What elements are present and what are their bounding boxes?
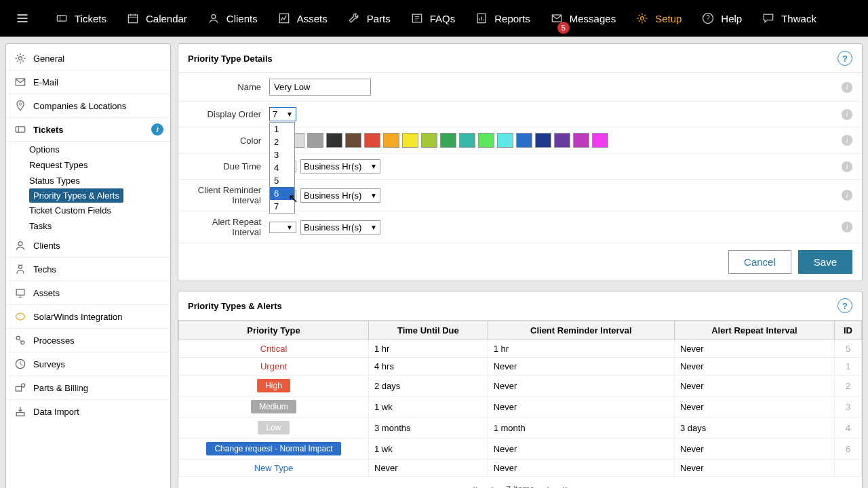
dropdown-option[interactable]: 5 bbox=[270, 174, 294, 187]
nav-messages[interactable]: Messages5 bbox=[540, 0, 625, 37]
color-swatch[interactable] bbox=[554, 133, 570, 148]
priority-badge[interactable]: Medium bbox=[251, 400, 296, 413]
cancel-button[interactable]: Cancel bbox=[728, 250, 791, 274]
info-badge-icon[interactable]: i bbox=[151, 123, 163, 136]
color-swatch[interactable] bbox=[573, 133, 589, 148]
submenu-options[interactable]: Options bbox=[29, 142, 170, 157]
color-swatch[interactable] bbox=[307, 133, 323, 148]
col-header[interactable]: Priority Type bbox=[179, 321, 369, 340]
dropdown-option[interactable]: 1 bbox=[270, 123, 294, 136]
info-icon[interactable]: i bbox=[842, 222, 852, 232]
color-swatch[interactable] bbox=[478, 133, 494, 148]
sidebar-e-mail[interactable]: E-Mail bbox=[6, 70, 170, 94]
cell-due: 1 wk bbox=[369, 439, 488, 460]
cell-cri: Never bbox=[488, 460, 674, 477]
priority-types-table: Priority TypeTime Until DueClient Remind… bbox=[178, 321, 862, 477]
color-swatch[interactable] bbox=[364, 133, 380, 148]
info-icon[interactable]: i bbox=[842, 161, 852, 172]
sidebar-general[interactable]: General bbox=[6, 47, 170, 70]
sidebar-data-import[interactable]: Data Import bbox=[6, 400, 170, 423]
nav-clients[interactable]: Clients bbox=[197, 0, 267, 37]
nav-faqs[interactable]: FAQs bbox=[400, 0, 465, 37]
priority-link[interactable]: New Type bbox=[254, 463, 294, 473]
submenu-tasks[interactable]: Tasks bbox=[29, 218, 170, 234]
name-input[interactable] bbox=[269, 79, 371, 96]
color-swatch[interactable] bbox=[497, 133, 513, 148]
client-reminder-unit-select[interactable]: Business Hr(s)▼ bbox=[300, 188, 380, 203]
first-page-icon[interactable]: « bbox=[472, 483, 478, 488]
sidebar-parts-billing[interactable]: Parts & Billing bbox=[6, 376, 170, 400]
color-swatch[interactable] bbox=[326, 133, 342, 148]
sidebar-solarwinds-integration[interactable]: SolarWinds Integration bbox=[6, 305, 170, 329]
nav-calendar[interactable]: Calendar bbox=[116, 0, 197, 37]
color-swatch[interactable] bbox=[402, 133, 418, 148]
table-row: Critical1 hr1 hrNever5 bbox=[179, 340, 862, 358]
display-order-select[interactable]: 7▼ 1234567 bbox=[269, 107, 296, 121]
last-page-icon[interactable]: » bbox=[562, 483, 568, 488]
col-header[interactable]: Time Until Due bbox=[369, 321, 488, 340]
alert-repeat-unit-select[interactable]: Business Hr(s)▼ bbox=[300, 220, 380, 235]
color-swatch[interactable] bbox=[516, 133, 532, 148]
sidebar-clients[interactable]: Clients bbox=[6, 234, 170, 258]
info-icon[interactable]: i bbox=[842, 109, 852, 120]
nav-setup[interactable]: Setup bbox=[625, 0, 691, 37]
col-header[interactable]: ID bbox=[835, 321, 862, 340]
nav-help[interactable]: ?Help bbox=[691, 0, 751, 37]
save-button[interactable]: Save bbox=[798, 250, 852, 274]
color-swatch[interactable] bbox=[459, 133, 475, 148]
dropdown-option[interactable]: 6 bbox=[270, 187, 294, 200]
color-swatch[interactable] bbox=[383, 133, 399, 148]
priority-badge[interactable]: Change request - Normal Impact bbox=[206, 442, 340, 455]
sidebar-label: Assets bbox=[33, 288, 60, 298]
color-swatch[interactable] bbox=[421, 133, 437, 148]
priority-badge[interactable]: High bbox=[257, 379, 290, 392]
nav-assets[interactable]: Assets bbox=[267, 0, 337, 37]
priority-link[interactable]: Urgent bbox=[260, 361, 287, 371]
help-icon[interactable]: ? bbox=[837, 51, 852, 66]
alert-repeat-value-select[interactable]: ▼ bbox=[269, 222, 296, 233]
user-icon bbox=[206, 11, 221, 26]
color-swatch[interactable] bbox=[535, 133, 551, 148]
submenu-status-types[interactable]: Status Types bbox=[29, 173, 170, 188]
svg-point-10 bbox=[19, 57, 22, 60]
nav-parts[interactable]: Parts bbox=[337, 0, 400, 37]
cell-id: 6 bbox=[835, 439, 862, 460]
due-time-unit-select[interactable]: Business Hr(s)▼ bbox=[300, 159, 380, 174]
priority-badge[interactable]: Low bbox=[258, 421, 289, 434]
cell-due: 3 months bbox=[369, 418, 488, 439]
pager-count: 7 items bbox=[506, 484, 534, 489]
priority-link[interactable]: Critical bbox=[260, 344, 288, 354]
nav-reports[interactable]: Reports bbox=[465, 0, 540, 37]
nav-thwack[interactable]: Thwack bbox=[751, 0, 826, 37]
col-header[interactable]: Client Reminder Interval bbox=[488, 321, 674, 340]
dropdown-option[interactable]: 3 bbox=[270, 148, 294, 161]
info-icon[interactable]: i bbox=[842, 190, 852, 201]
col-header[interactable]: Alert Repeat Interval bbox=[674, 321, 834, 340]
color-swatch[interactable] bbox=[440, 133, 456, 148]
dropdown-option[interactable]: 4 bbox=[270, 161, 294, 174]
info-icon[interactable]: i bbox=[842, 135, 852, 146]
priority-types-table-panel: Priority Types & Alerts ? Priority TypeT… bbox=[178, 291, 863, 488]
help-icon[interactable]: ? bbox=[837, 298, 852, 313]
submenu-priority-types-alerts[interactable]: Priority Types & Alerts bbox=[29, 188, 123, 203]
sidebar-tickets[interactable]: Ticketsi bbox=[6, 118, 170, 142]
alert-repeat-label: Alert Repeat Interval bbox=[188, 217, 269, 237]
nav-label: Messages bbox=[570, 13, 616, 24]
nav-tickets[interactable]: Tickets bbox=[45, 0, 116, 37]
hamburger-icon[interactable] bbox=[5, 0, 45, 37]
sidebar-surveys[interactable]: Surveys bbox=[6, 352, 170, 376]
dropdown-option[interactable]: 2 bbox=[270, 136, 294, 148]
color-swatch[interactable] bbox=[345, 133, 361, 148]
submenu-request-types[interactable]: Request Types bbox=[29, 157, 170, 173]
color-swatch[interactable] bbox=[592, 133, 608, 148]
sidebar-processes[interactable]: Processes bbox=[6, 329, 170, 352]
dropdown-option[interactable]: 7 bbox=[270, 200, 294, 213]
info-icon[interactable]: i bbox=[842, 82, 852, 93]
sidebar-label: Data Import bbox=[33, 407, 79, 417]
sidebar-techs[interactable]: Techs bbox=[6, 258, 170, 281]
prev-page-icon[interactable]: ‹ bbox=[490, 483, 494, 488]
sidebar-assets[interactable]: Assets bbox=[6, 281, 170, 305]
submenu-ticket-custom-fields[interactable]: Ticket Custom Fields bbox=[29, 203, 170, 218]
sidebar-companies-locations[interactable]: Companies & Locations bbox=[6, 94, 170, 118]
next-page-icon[interactable]: › bbox=[547, 483, 550, 488]
